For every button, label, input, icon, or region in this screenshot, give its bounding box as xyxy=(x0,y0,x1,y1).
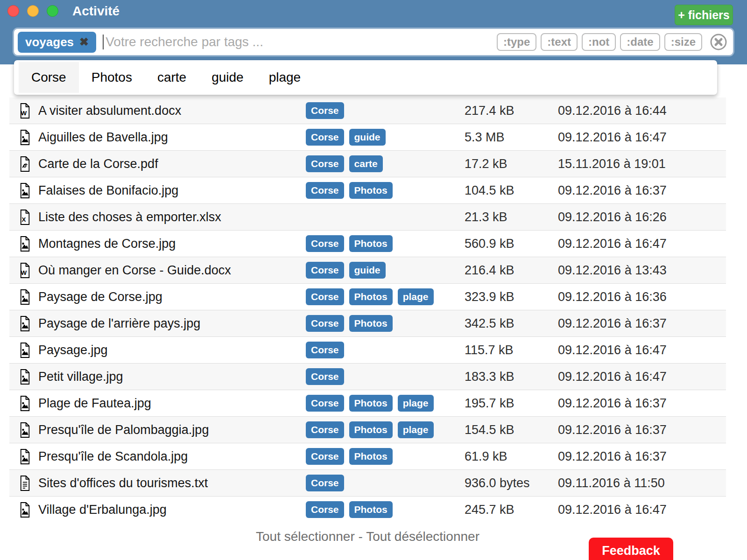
filter-chip-not[interactable]: :not xyxy=(582,33,616,51)
tag-badge[interactable]: guide xyxy=(349,262,386,279)
tag-badge[interactable]: Corse xyxy=(306,129,344,146)
search-input[interactable] xyxy=(105,34,497,50)
file-date: 09.12.2016 à 16:47 xyxy=(558,503,726,517)
text-caret xyxy=(103,35,104,49)
file-row[interactable]: Paysage.jpg Corse 115.7 kB 09.12.2016 à … xyxy=(9,337,726,364)
filter-chip-date[interactable]: :date xyxy=(620,33,660,51)
tag-badge[interactable]: Photos xyxy=(349,395,393,412)
svg-text:W: W xyxy=(21,109,27,116)
file-tags: CorsePhotos xyxy=(306,235,465,252)
file-row[interactable]: W Où manger en Corse - Guide.docx Corseg… xyxy=(9,257,726,284)
file-row[interactable]: Petit village.jpg Corse 183.3 kB 09.12.2… xyxy=(9,364,726,390)
file-size: 245.7 kB xyxy=(465,503,558,517)
file-row[interactable]: Falaises de Bonifacio.jpg CorsePhotos 10… xyxy=(9,177,726,204)
file-date: 09.12.2016 à 16:36 xyxy=(558,290,726,304)
file-date: 09.12.2016 à 16:47 xyxy=(558,237,726,251)
tag-badge[interactable]: Photos xyxy=(349,182,393,199)
filter-chip-type[interactable]: :type xyxy=(497,33,536,51)
feedback-button[interactable]: Feedback xyxy=(589,538,673,560)
tag-badge[interactable]: Photos xyxy=(349,421,393,438)
select-all-link[interactable]: Tout sélectionner xyxy=(256,529,355,544)
file-name: Paysage de Corse.jpg xyxy=(38,290,306,304)
suggestion-item[interactable]: Corse xyxy=(19,62,79,93)
close-window-icon[interactable] xyxy=(7,5,19,17)
tag-badge[interactable]: Photos xyxy=(349,448,393,465)
file-date: 09.12.2016 à 16:37 xyxy=(558,316,726,331)
suggestion-item[interactable]: Photos xyxy=(79,62,145,93)
circle-x-icon[interactable] xyxy=(710,33,727,51)
tag-badge[interactable]: Corse xyxy=(306,235,344,252)
file-name: Où manger en Corse - Guide.docx xyxy=(38,263,306,278)
tag-badge[interactable]: plage xyxy=(398,395,434,412)
tag-badge[interactable]: plage xyxy=(398,421,434,438)
image-file-icon xyxy=(9,422,38,438)
file-tags: Corse xyxy=(306,342,465,358)
file-date: 15.11.2016 à 19:01 xyxy=(558,157,726,171)
tag-badge[interactable]: carte xyxy=(349,155,383,172)
file-row[interactable]: Plage de Fautea.jpg CorsePhotosplage 195… xyxy=(9,390,726,417)
file-name: Sites d'offices du tourismes.txt xyxy=(38,476,306,490)
file-date: 09.12.2016 à 16:47 xyxy=(558,343,726,357)
minimize-window-icon[interactable] xyxy=(27,5,39,17)
file-row[interactable]: Presqu'île de Scandola.jpg CorsePhotos 6… xyxy=(9,443,726,470)
suggestion-item[interactable]: guide xyxy=(199,62,256,93)
file-row[interactable]: Aiguilles de Bavella.jpg Corseguide 5.3 … xyxy=(9,124,726,151)
tag-badge[interactable]: Corse xyxy=(306,421,344,438)
image-file-icon xyxy=(9,369,38,385)
image-file-icon xyxy=(9,130,38,145)
tag-badge[interactable]: Photos xyxy=(349,235,393,252)
search-bar[interactable]: voyages✖ :type:text:not:date:size xyxy=(14,29,733,55)
file-date: 09.12.2016 à 16:47 xyxy=(558,370,726,384)
file-row[interactable]: Carte de la Corse.pdf Corsecarte 17.2 kB… xyxy=(9,151,726,177)
suggestion-item[interactable]: carte xyxy=(145,62,199,93)
file-row[interactable]: Paysage de Corse.jpg CorsePhotosplage 32… xyxy=(9,284,726,310)
image-file-icon xyxy=(9,396,38,411)
tag-badge[interactable]: Corse xyxy=(306,475,344,491)
file-tags: Corse xyxy=(306,368,465,385)
tag-badge[interactable]: Corse xyxy=(306,342,344,358)
file-row[interactable]: Presqu'île de Palombaggia.jpg CorsePhoto… xyxy=(9,417,726,443)
tag-badge[interactable]: Corse xyxy=(306,368,344,385)
search-tag-pill[interactable]: voyages✖ xyxy=(18,32,96,53)
file-row[interactable]: Village d'Erbalunga.jpg CorsePhotos 245.… xyxy=(9,497,726,523)
tag-badge[interactable]: Photos xyxy=(349,315,393,332)
remove-tag-icon[interactable]: ✖ xyxy=(79,36,89,48)
tag-badge[interactable]: Photos xyxy=(349,288,393,305)
file-size: 61.9 kB xyxy=(465,449,558,464)
file-row[interactable]: X Liste des choses à emporter.xlsx 21.3 … xyxy=(9,204,726,231)
search-tag-label: voyages xyxy=(25,35,74,49)
file-row[interactable]: W A visiter absulument.docx Corse 217.4 … xyxy=(9,98,726,124)
tag-suggestions-dropdown: CorsePhotoscarteguideplage xyxy=(14,60,717,95)
file-size: 195.7 kB xyxy=(465,396,558,411)
file-row[interactable]: Sites d'offices du tourismes.txt Corse 9… xyxy=(9,470,726,497)
add-files-button[interactable]: + fichiers xyxy=(675,5,733,25)
tag-badge[interactable]: Corse xyxy=(306,102,344,119)
tag-badge[interactable]: plage xyxy=(398,288,434,305)
file-tags: CorsePhotos xyxy=(306,182,465,199)
file-row[interactable]: Paysage de l'arrière pays.jpg CorsePhoto… xyxy=(9,310,726,337)
filter-chip-text[interactable]: :text xyxy=(541,33,578,51)
app-window: Activité + fichiers voyages✖ :type:text:… xyxy=(0,0,747,560)
file-row[interactable]: Montagnes de Corse.jpg CorsePhotos 560.9… xyxy=(9,231,726,257)
deselect-all-link[interactable]: Tout désélectionner xyxy=(366,529,479,544)
file-date: 09.11.2016 à 11:50 xyxy=(558,476,726,490)
tag-badge[interactable]: Corse xyxy=(306,155,344,172)
suggestion-item[interactable]: plage xyxy=(256,62,314,93)
tag-badge[interactable]: Corse xyxy=(306,395,344,412)
file-tags: CorsePhotosplage xyxy=(306,288,465,305)
file-name: Paysage de l'arrière pays.jpg xyxy=(38,316,306,331)
tag-badge[interactable]: Photos xyxy=(349,501,393,518)
tag-badge[interactable]: Corse xyxy=(306,448,344,465)
tag-badge[interactable]: Corse xyxy=(306,501,344,518)
tag-badge[interactable]: guide xyxy=(349,129,386,146)
file-name: Plage de Fautea.jpg xyxy=(38,396,306,411)
file-size: 115.7 kB xyxy=(465,343,558,357)
image-file-icon xyxy=(9,289,38,305)
file-date: 09.12.2016 à 16:37 xyxy=(558,449,726,464)
tag-badge[interactable]: Corse xyxy=(306,182,344,199)
tag-badge[interactable]: Corse xyxy=(306,288,344,305)
filter-chip-size[interactable]: :size xyxy=(664,33,702,51)
tag-badge[interactable]: Corse xyxy=(306,262,344,279)
zoom-window-icon[interactable] xyxy=(47,5,58,17)
tag-badge[interactable]: Corse xyxy=(306,315,344,332)
